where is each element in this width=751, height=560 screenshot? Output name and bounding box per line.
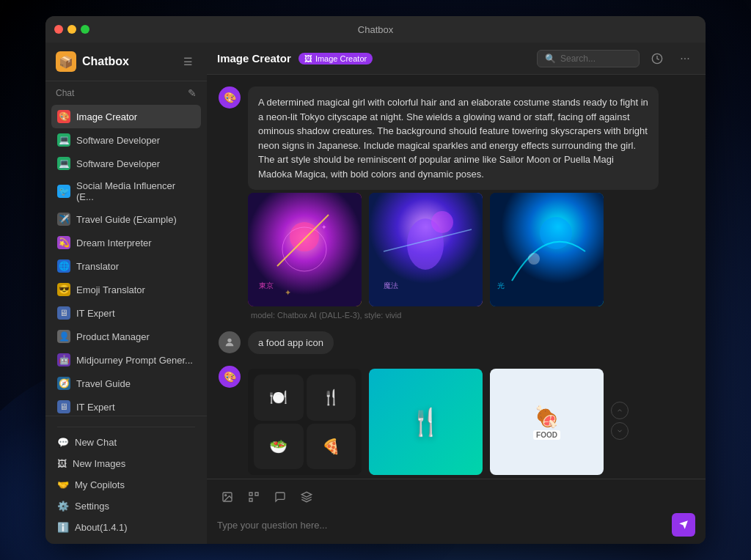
new-chat-button[interactable]: 💬 New Chat bbox=[51, 432, 201, 453]
new-chat-icon: 💬 bbox=[57, 437, 69, 448]
window-title: Chatbox bbox=[358, 24, 393, 35]
sidebar-bottom: 💬 New Chat 🖼 New Images 🤝 My Copilots ⚙️… bbox=[45, 416, 207, 544]
sidebar-item-dream-interpreter[interactable]: 💫 Dream Interpreter bbox=[51, 231, 201, 254]
settings-tool-button[interactable] bbox=[296, 487, 317, 507]
sidebar: 📦 Chatbox ☰ Chat ✎ 🎨 Image Creator 💻 Sof… bbox=[45, 43, 207, 544]
user-message-1: a food app icon bbox=[219, 331, 694, 354]
scroll-buttons bbox=[611, 402, 629, 440]
assistant-bubble-1: A determined magical girl with colorful … bbox=[248, 86, 659, 190]
anime-images-grid: 東京 ✦ ✦ bbox=[248, 193, 659, 306]
more-options-button[interactable]: ··· bbox=[675, 48, 695, 69]
sidebar-header: 📦 Chatbox ☰ bbox=[45, 43, 207, 81]
sidebar-item-label: Translator bbox=[76, 261, 119, 272]
svg-rect-13 bbox=[490, 193, 604, 306]
close-button[interactable] bbox=[54, 25, 63, 34]
settings-icon: ⚙️ bbox=[57, 501, 69, 512]
my-copilots-button[interactable]: 🤝 My Copilots bbox=[51, 474, 201, 495]
search-box[interactable]: 🔍 Search... bbox=[537, 50, 640, 67]
dream-icon: 💫 bbox=[57, 236, 70, 249]
food-images-grid: 🍽️ 🍴 🥗 🍕 🍴 bbox=[248, 369, 604, 475]
assistant-message-1: 🎨 A determined magical girl with colorfu… bbox=[219, 86, 694, 320]
food-img-content-3: 🍖 FOOD bbox=[490, 369, 604, 475]
sidebar-item-it-expert-2[interactable]: 🖥 IT Expert bbox=[51, 395, 201, 416]
sidebar-item-label: IT Expert bbox=[76, 402, 115, 413]
sidebar-item-emoji-translator[interactable]: 😎 Emoji Translator bbox=[51, 278, 201, 301]
search-placeholder: Search... bbox=[560, 54, 596, 64]
model-label: model: Chatbox AI (DALL-E-3), style: viv… bbox=[251, 311, 659, 320]
app-logo: 📦 bbox=[56, 51, 76, 72]
sidebar-item-label: Travel Guide bbox=[76, 378, 131, 389]
social-media-icon: 🐦 bbox=[57, 185, 70, 198]
sidebar-item-travel-guide-ex[interactable]: ✈️ Travel Guide (Example) bbox=[51, 207, 201, 231]
sidebar-item-label: Image Creator bbox=[76, 111, 137, 122]
sidebar-item-label: Social Media Influencer (E... bbox=[76, 180, 195, 202]
sidebar-item-it-expert[interactable]: 🖥 IT Expert bbox=[51, 301, 201, 325]
sidebar-item-travel-guide[interactable]: 🧭 Travel Guide bbox=[51, 372, 201, 395]
svg-point-2 bbox=[290, 222, 319, 251]
translator-icon: 🌐 bbox=[57, 259, 70, 273]
header-badge: 🖼 Image Creator bbox=[298, 53, 373, 65]
anime-image-3: 光 bbox=[490, 193, 604, 306]
food-icon-cell-3: 🥗 bbox=[254, 424, 304, 470]
main-content: Image Creator 🖼 Image Creator 🔍 Search..… bbox=[207, 43, 706, 544]
food-icon-cell-4: 🍕 bbox=[307, 424, 356, 470]
anime-img-content-1: 東京 ✦ ✦ bbox=[248, 193, 362, 306]
input-row bbox=[217, 513, 695, 537]
title-bar: Chatbox bbox=[45, 16, 706, 43]
new-images-button[interactable]: 🖼 New Images bbox=[51, 453, 201, 474]
history-button[interactable] bbox=[647, 48, 667, 69]
svg-point-16 bbox=[528, 253, 540, 265]
maximize-button[interactable] bbox=[81, 25, 89, 34]
assistant-message-2: 🎨 🍽️ 🍴 🥗 🍕 bbox=[219, 366, 694, 475]
add-chat-icon[interactable]: ✎ bbox=[188, 87, 197, 99]
anime-img-content-3: 光 bbox=[490, 193, 604, 306]
sidebar-toggle-icon[interactable]: ☰ bbox=[179, 53, 197, 70]
settings-button[interactable]: ⚙️ Settings bbox=[51, 495, 201, 517]
sidebar-item-label: Software Developer bbox=[76, 158, 160, 169]
assistant-avatar-2: 🎨 bbox=[219, 366, 241, 388]
traffic-lights bbox=[54, 25, 89, 34]
sidebar-item-software-dev-2[interactable]: 💻 Software Developer bbox=[51, 152, 201, 175]
svg-point-19 bbox=[225, 495, 227, 496]
midjourney-icon: 🤖 bbox=[57, 353, 70, 366]
sidebar-item-label: Dream Interpreter bbox=[76, 237, 152, 248]
sidebar-item-software-dev-1[interactable]: 💻 Software Developer bbox=[51, 128, 201, 152]
travel-guide-icon: 🧭 bbox=[57, 377, 70, 390]
send-button[interactable] bbox=[672, 513, 695, 537]
svg-text:光: 光 bbox=[497, 281, 505, 290]
scroll-up-button[interactable] bbox=[611, 402, 629, 419]
crop-tool-button[interactable] bbox=[243, 487, 264, 507]
chat-section-label: Chat bbox=[56, 88, 74, 98]
sidebar-item-label: Emoji Translator bbox=[76, 284, 145, 295]
sidebar-item-social-media[interactable]: 🐦 Social Media Influencer (E... bbox=[51, 175, 201, 207]
food-icon-cell-1: 🍽️ bbox=[254, 375, 304, 421]
sidebar-item-product-manager[interactable]: 👤 Product Manager bbox=[51, 325, 201, 348]
scroll-down-button[interactable] bbox=[611, 422, 629, 440]
user-avatar-1 bbox=[219, 331, 241, 353]
message-input[interactable] bbox=[217, 520, 664, 531]
about-button[interactable]: ℹ️ About(1.4.1) bbox=[51, 517, 201, 538]
sidebar-item-label: Midjourney Prompt Gener... bbox=[76, 355, 193, 366]
sidebar-divider bbox=[57, 427, 195, 427]
travel-guide-ex-icon: ✈️ bbox=[57, 213, 70, 226]
chat-mode-button[interactable] bbox=[270, 487, 290, 507]
sidebar-item-midjourney[interactable]: 🤖 Midjourney Prompt Gener... bbox=[51, 348, 201, 372]
search-icon: 🔍 bbox=[545, 54, 556, 64]
copilots-icon: 🤝 bbox=[57, 479, 69, 490]
sidebar-chat-section: Chat ✎ bbox=[45, 81, 207, 102]
sidebar-item-image-creator[interactable]: 🎨 Image Creator bbox=[51, 105, 201, 128]
app-window: Chatbox 📦 Chatbox ☰ Chat ✎ 🎨 Image Creat… bbox=[45, 16, 706, 544]
new-images-icon: 🖼 bbox=[57, 458, 67, 469]
anime-image-2: 魔法 bbox=[369, 193, 483, 306]
image-tool-button[interactable] bbox=[217, 487, 238, 507]
badge-icon: 🖼 bbox=[304, 54, 312, 63]
sidebar-item-label: Travel Guide (Example) bbox=[76, 214, 177, 225]
anime-image-1: 東京 ✦ ✦ bbox=[248, 193, 362, 306]
badge-label: Image Creator bbox=[315, 54, 367, 63]
svg-text:✦: ✦ bbox=[321, 224, 327, 231]
minimize-button[interactable] bbox=[67, 25, 76, 34]
my-copilots-label: My Copilots bbox=[75, 479, 125, 490]
about-icon: ℹ️ bbox=[57, 522, 69, 533]
it-expert-icon: 🖥 bbox=[57, 306, 70, 320]
sidebar-item-translator[interactable]: 🌐 Translator bbox=[51, 254, 201, 278]
